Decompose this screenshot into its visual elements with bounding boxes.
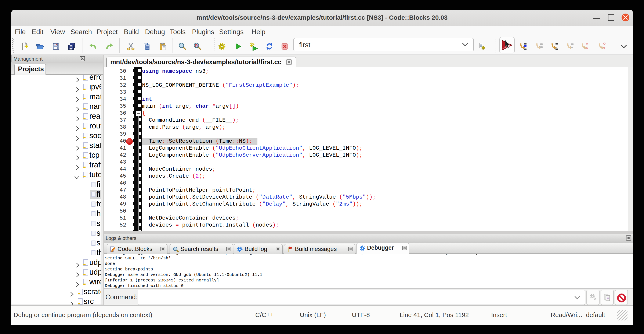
svg-text:R: R: [195, 44, 198, 48]
